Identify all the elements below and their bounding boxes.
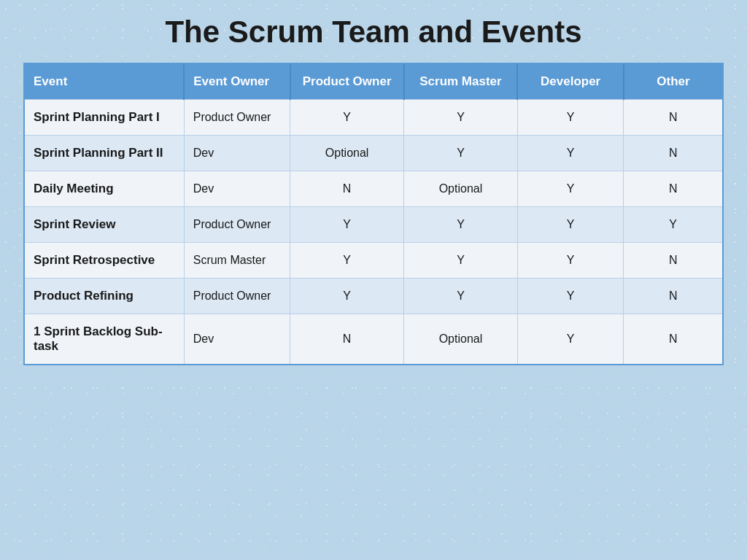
cell-event: Sprint Planning Part II bbox=[25, 136, 184, 171]
cell-developer: Y bbox=[517, 207, 623, 243]
table-row: Sprint Planning Part IIDevOptionalYYN bbox=[25, 136, 722, 171]
cell-scrum-master: Y bbox=[404, 100, 518, 136]
col-header-event: Event bbox=[25, 64, 184, 100]
cell-other: N bbox=[624, 314, 722, 365]
cell-scrum-master: Y bbox=[404, 207, 518, 243]
cell-scrum-master: Optional bbox=[404, 314, 518, 365]
cell-other: N bbox=[624, 243, 722, 279]
table-row: Sprint RetrospectiveScrum MasterYYYN bbox=[25, 243, 722, 279]
col-header-other: Other bbox=[624, 64, 722, 100]
cell-event-owner: Dev bbox=[184, 136, 290, 171]
cell-product-owner: Y bbox=[290, 100, 404, 136]
table-row: Sprint ReviewProduct OwnerYYYY bbox=[25, 207, 722, 243]
cell-product-owner: N bbox=[290, 171, 404, 207]
cell-product-owner: Optional bbox=[290, 136, 404, 171]
cell-product-owner: Y bbox=[290, 279, 404, 314]
table-row: Daily MeetingDevNOptionalYN bbox=[25, 171, 722, 207]
col-header-scrum-master: Scrum Master bbox=[404, 64, 518, 100]
cell-event-owner: Product Owner bbox=[184, 100, 290, 136]
cell-event-owner: Dev bbox=[184, 314, 290, 365]
table-header-row: Event Event Owner Product Owner Scrum Ma… bbox=[25, 64, 722, 100]
cell-event-owner: Product Owner bbox=[184, 279, 290, 314]
cell-developer: Y bbox=[517, 279, 623, 314]
table-row: 1 Sprint Backlog Sub-taskDevNOptionalYN bbox=[25, 314, 722, 365]
page-title: The Scrum Team and Events bbox=[165, 15, 581, 50]
table-row: Product RefiningProduct OwnerYYYN bbox=[25, 279, 722, 314]
cell-developer: Y bbox=[517, 314, 623, 365]
cell-event: Daily Meeting bbox=[25, 171, 184, 207]
cell-event-owner: Scrum Master bbox=[184, 243, 290, 279]
cell-scrum-master: Y bbox=[404, 243, 518, 279]
cell-product-owner: N bbox=[290, 314, 404, 365]
cell-other: Y bbox=[624, 207, 722, 243]
cell-product-owner: Y bbox=[290, 207, 404, 243]
col-header-product-owner: Product Owner bbox=[290, 64, 404, 100]
cell-developer: Y bbox=[517, 136, 623, 171]
cell-other: N bbox=[624, 100, 722, 136]
cell-event: Sprint Retrospective bbox=[25, 243, 184, 279]
cell-event-owner: Product Owner bbox=[184, 207, 290, 243]
cell-product-owner: Y bbox=[290, 243, 404, 279]
cell-event: 1 Sprint Backlog Sub-task bbox=[25, 314, 184, 365]
cell-scrum-master: Y bbox=[404, 279, 518, 314]
cell-other: N bbox=[624, 279, 722, 314]
cell-scrum-master: Optional bbox=[404, 171, 518, 207]
cell-event: Sprint Planning Part I bbox=[25, 100, 184, 136]
cell-event: Sprint Review bbox=[25, 207, 184, 243]
cell-event-owner: Dev bbox=[184, 171, 290, 207]
col-header-event-owner: Event Owner bbox=[184, 64, 290, 100]
cell-developer: Y bbox=[517, 171, 623, 207]
cell-developer: Y bbox=[517, 100, 623, 136]
table-row: Sprint Planning Part IProduct OwnerYYYN bbox=[25, 100, 722, 136]
cell-other: N bbox=[624, 136, 722, 171]
col-header-developer: Developer bbox=[517, 64, 623, 100]
main-table: Event Event Owner Product Owner Scrum Ma… bbox=[23, 63, 724, 365]
cell-event: Product Refining bbox=[25, 279, 184, 314]
cell-other: N bbox=[624, 171, 722, 207]
cell-developer: Y bbox=[517, 243, 623, 279]
cell-scrum-master: Y bbox=[404, 136, 518, 171]
